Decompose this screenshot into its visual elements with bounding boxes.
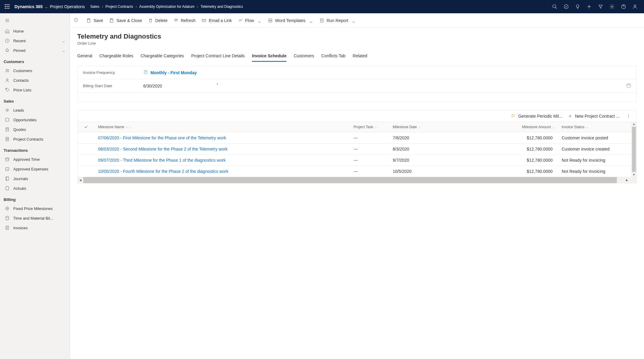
cmd-label: Refresh	[181, 18, 195, 23]
scroll-right-icon[interactable]: ▶	[626, 179, 628, 182]
scroll-left-icon[interactable]: ◀	[78, 177, 83, 183]
tab-conflicts-tab[interactable]: Conflicts Tab	[321, 51, 345, 62]
calendar-icon[interactable]	[626, 83, 631, 89]
tab-related[interactable]: Related	[353, 51, 367, 62]
sidebar-item-pinned[interactable]: Pinned ⌵	[0, 46, 70, 55]
grid-header: Milestone Name ↑ ⌵ Project Task ⌵ Milest…	[78, 122, 636, 132]
sidebar-item-fixed-price-milestones[interactable]: Fixed Price Milestones	[0, 204, 70, 213]
milestone-link[interactable]: 08/03/2020 - Second Milestone for the Ph…	[98, 147, 227, 151]
horizontal-scrollbar[interactable]: ◀ ▶	[78, 177, 636, 183]
breadcrumb-item[interactable]: Sales	[90, 5, 99, 9]
sidebar-item-label: Recent	[13, 39, 26, 43]
column-milestone-date[interactable]: Milestone Date ⌵	[389, 122, 462, 132]
row-select[interactable]	[78, 157, 94, 163]
scroll-up-icon[interactable]: ▲	[631, 122, 636, 126]
new-project-contract-button[interactable]: New Project Contract ...	[568, 114, 620, 119]
generate-label: Generate Periodic Mil...	[518, 114, 562, 119]
svg-rect-39	[6, 216, 8, 220]
table-row[interactable]: 10/05/2020 - Fourth Milestone for the Ph…	[78, 166, 636, 177]
email-a-link-button[interactable]: Email a Link	[198, 16, 235, 25]
cmd-label: Save	[94, 18, 103, 23]
flow-button[interactable]: Flow⌵	[235, 16, 265, 25]
table-row[interactable]: 07/06/2020 - First Milestone for the Pha…	[78, 132, 636, 144]
task-check-icon[interactable]	[563, 4, 569, 10]
milestone-link[interactable]: 10/05/2020 - Fourth Milestone for the Ph…	[98, 169, 228, 174]
column-select-all[interactable]	[78, 122, 94, 132]
tab-project-contract-line-details[interactable]: Project Contract Line Details	[191, 51, 245, 62]
chevron-down-icon[interactable]: ⌵	[45, 4, 47, 9]
tmbill-icon	[5, 216, 10, 221]
tab-chargeable-roles[interactable]: Chargeable Roles	[100, 51, 133, 62]
filter-icon[interactable]	[598, 4, 604, 10]
table-row[interactable]: 09/07/2020 - Third Milestone for the Pha…	[78, 155, 636, 166]
search-icon[interactable]	[552, 4, 558, 10]
column-milestone-name[interactable]: Milestone Name ↑ ⌵	[94, 122, 350, 132]
word-templates-button[interactable]: Word Templates⌵	[265, 16, 316, 25]
milestone-link[interactable]: 09/07/2020 - Third Milestone for the Pha…	[98, 158, 226, 163]
scrollbar-thumb[interactable]	[83, 177, 617, 183]
row-select[interactable]	[78, 146, 94, 152]
svg-rect-36	[6, 186, 8, 190]
sidebar-section-header: Transactions	[0, 144, 70, 154]
chevron-right-icon: ›	[135, 5, 137, 9]
sidebar-item-recent[interactable]: Recent ⌵	[0, 36, 70, 46]
app-launcher-icon[interactable]	[2, 2, 12, 11]
row-select[interactable]	[78, 168, 94, 174]
column-milestone-amount[interactable]: Milestone Amount ⌵	[462, 122, 558, 132]
sidebar-item-quotes[interactable]: Quotes	[0, 125, 70, 134]
grid-toolbar: Generate Periodic Mil... New Project Con…	[78, 111, 636, 122]
breadcrumb-item[interactable]: Telemetry and Diagnostics	[201, 5, 243, 9]
sidebar-item-price-lists[interactable]: Price Lists	[0, 85, 70, 95]
row-select[interactable]	[78, 135, 94, 141]
sidebar-item-approved-expenses[interactable]: Approved Expenses	[0, 164, 70, 174]
sidebar-item-time-and-material-bil-[interactable]: Time and Material Bil...	[0, 213, 70, 223]
app-name[interactable]: Project Operations	[50, 4, 85, 9]
lightbulb-icon[interactable]	[575, 4, 581, 10]
vertical-scrollbar[interactable]: ▲ ▼	[631, 122, 636, 177]
save-close-button[interactable]: Save & Close	[106, 16, 145, 25]
sidebar-item-contacts[interactable]: Contacts	[0, 75, 70, 85]
sidebar-item-approved-time[interactable]: Approved Time	[0, 154, 70, 164]
column-project-task[interactable]: Project Task ⌵	[350, 122, 389, 132]
breadcrumb-item[interactable]: Assembly Optimization for Adatum	[139, 5, 194, 9]
info-icon[interactable]	[74, 17, 78, 23]
more-icon[interactable]: ⋮	[625, 114, 632, 119]
sidebar-item-customers[interactable]: Customers	[0, 66, 70, 75]
column-label: Project Task	[354, 125, 373, 129]
scroll-down-icon[interactable]: ▼	[631, 172, 636, 177]
sidebar-item-project-contracts[interactable]: Project Contracts	[0, 134, 70, 144]
tab-general[interactable]: General	[77, 51, 92, 62]
run-report-button[interactable]: Run Report⌵	[316, 16, 359, 25]
sidebar-item-actuals[interactable]: Actuals	[0, 183, 70, 193]
tab-customers[interactable]: Customers	[294, 51, 314, 62]
column-label: Invoice Status	[562, 125, 584, 129]
generate-periodic-button[interactable]: Generate Periodic Mil...	[511, 114, 562, 119]
column-invoice-status[interactable]: Invoice Status ⌵	[558, 122, 636, 132]
user-icon[interactable]	[632, 4, 638, 10]
tab-chargeable-categories[interactable]: Chargeable Categories	[141, 51, 184, 62]
tab-invoice-schedule[interactable]: Invoice Schedule	[252, 51, 286, 62]
refresh-button[interactable]: Refresh	[170, 16, 198, 25]
gear-icon[interactable]	[609, 4, 615, 10]
sidebar-item-label: Customers	[13, 68, 32, 73]
sidebar-item-leads[interactable]: Leads	[0, 105, 70, 115]
sidebar-item-journals[interactable]: Journals	[0, 174, 70, 183]
sidebar-item-invoices[interactable]: Invoices	[0, 223, 70, 233]
plus-icon[interactable]	[586, 4, 592, 10]
svg-rect-1	[7, 4, 8, 5]
help-icon[interactable]	[620, 4, 627, 10]
breadcrumb-item[interactable]: Project Contracts	[105, 5, 133, 9]
scrollbar-thumb[interactable]	[632, 127, 636, 172]
form-value-invoice-frequency[interactable]: Monthly - First Monday	[143, 70, 631, 75]
form-value-billing-start-date[interactable]: 6/30/2020	[143, 84, 626, 88]
milestone-link[interactable]: 07/06/2020 - First Milestone for the Pha…	[98, 135, 226, 140]
table-row[interactable]: 08/03/2020 - Second Milestone for the Ph…	[78, 144, 636, 155]
brand-name[interactable]: Dynamics 365	[14, 4, 43, 9]
sidebar-item-opportunities[interactable]: Opportunities	[0, 115, 70, 125]
cmd-label: Run Report	[327, 18, 348, 23]
save-icon	[86, 18, 91, 23]
delete-button[interactable]: Delete	[145, 16, 170, 25]
sidebar-item-home[interactable]: Home	[0, 26, 70, 36]
hamburger-icon[interactable]	[0, 16, 70, 26]
save-button[interactable]: Save	[83, 16, 106, 25]
